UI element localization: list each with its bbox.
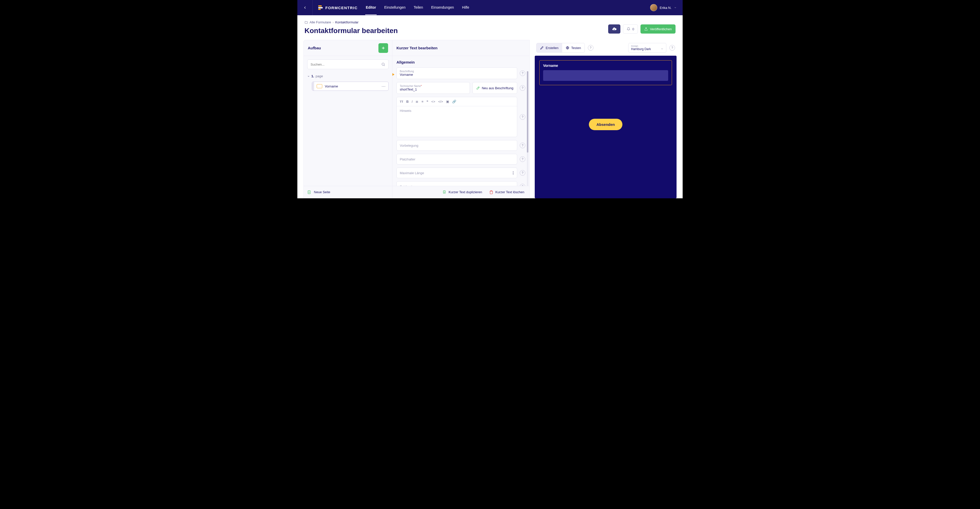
nav-editor[interactable]: Editor — [365, 0, 376, 15]
label-field[interactable]: Beschriftung — [396, 67, 517, 79]
techname-input[interactable] — [400, 88, 467, 91]
workspace: Aufbau 1. page — [298, 37, 682, 198]
notifications-button[interactable]: 0 — [623, 24, 638, 34]
help-preview-mode[interactable]: ? — [588, 45, 593, 51]
rte-codeblock-icon[interactable]: </> — [438, 100, 443, 104]
breadcrumb-root[interactable]: Alle Formulare — [310, 20, 331, 24]
search-input-wrap[interactable] — [307, 59, 388, 69]
max-length-field[interactable]: Maximale Länge ▴▾ — [396, 168, 517, 178]
breadcrumb-current: Kontaktformular — [335, 20, 359, 24]
preview-field-vorname: Vorname — [539, 60, 672, 85]
bell-icon — [627, 27, 630, 31]
prefill-input[interactable] — [400, 144, 514, 147]
rte-link-icon[interactable]: 🔗 — [452, 100, 456, 104]
preview-field-label: Vorname — [543, 64, 668, 68]
scrollbar[interactable] — [527, 71, 528, 186]
chevron-down-icon — [674, 6, 676, 9]
prefill-field[interactable] — [396, 140, 517, 151]
structure-panel: Aufbau 1. page — [304, 40, 392, 198]
props-title: Kurzer Text bearbeiten — [396, 46, 438, 50]
rte-toolbar: TT B I ≣ ≡ ❝ <> </> ▣ 🔗 — [397, 97, 517, 106]
help-techname[interactable]: ? — [520, 85, 525, 91]
nav-settings[interactable]: Einstellungen — [384, 0, 406, 15]
mode-create-label: Erstellen — [546, 46, 558, 50]
save-cloud-button[interactable] — [608, 24, 620, 34]
add-element-button[interactable] — [379, 43, 388, 53]
design-value: Hamburg Dark — [631, 47, 663, 51]
drag-handle[interactable] — [312, 82, 314, 91]
field-width-label: Feldbreite — [400, 185, 415, 186]
rte-italic-icon[interactable]: I — [412, 100, 413, 104]
search-icon — [381, 62, 385, 66]
page-label: page — [316, 74, 323, 78]
preview-panel: Erstellen Testen ? Design Hamburg Dark ? — [535, 40, 676, 198]
mode-test-label: Testen — [571, 46, 581, 50]
help-maxlength[interactable]: ? — [520, 170, 525, 176]
new-page-button[interactable]: Neue Seite — [304, 186, 392, 198]
logo-icon — [318, 5, 323, 10]
subheader: Alle Formulare Kontaktformular Kontaktfo… — [298, 15, 682, 37]
delete-button[interactable]: Kurzer Text löschen — [489, 190, 524, 194]
nav-submissions[interactable]: Einsendungen — [431, 0, 454, 15]
duplicate-icon — [442, 190, 447, 194]
app-header: FORMCENTRIC Editor Einstellungen Teilen … — [298, 0, 682, 15]
preview-submit-button[interactable]: Absenden — [589, 119, 623, 130]
nav-share[interactable]: Teilen — [413, 0, 424, 15]
back-button[interactable] — [298, 0, 313, 15]
hint-body[interactable]: Hinweis — [397, 106, 517, 137]
help-prefill[interactable]: ? — [520, 143, 525, 148]
tree-item-vorname[interactable]: Vorname ⋯ — [312, 81, 388, 91]
section-general: Allgemein — [396, 60, 525, 64]
stepper-icon[interactable]: ▴▾ — [512, 171, 514, 175]
placeholder-field[interactable] — [396, 154, 517, 164]
help-fieldwidth[interactable]: ? — [520, 184, 525, 186]
folder-icon — [304, 21, 308, 24]
rte-bullets-icon[interactable]: ≣ — [415, 100, 418, 104]
mode-test[interactable]: Testen — [562, 43, 585, 53]
hint-editor[interactable]: TT B I ≣ ≡ ❝ <> </> ▣ 🔗 Hi — [396, 97, 517, 137]
mode-create[interactable]: Erstellen — [536, 43, 562, 53]
placeholder-input[interactable] — [400, 157, 514, 161]
label-field-input[interactable] — [400, 73, 514, 77]
rte-heading-icon[interactable]: TT — [400, 100, 403, 103]
search-input[interactable] — [310, 62, 381, 66]
help-design[interactable]: ? — [670, 45, 675, 51]
short-text-icon — [317, 84, 322, 88]
help-placeholder[interactable]: ? — [520, 156, 525, 162]
rte-numlist-icon[interactable]: ≡ — [422, 100, 423, 104]
page-title: Kontaktformular bearbeiten — [304, 27, 398, 35]
publish-button[interactable]: Veröffentlichen — [640, 24, 676, 34]
label-field-label: Beschriftung — [400, 70, 514, 73]
design-label: Design — [631, 45, 663, 47]
avatar — [650, 4, 657, 11]
new-page-label: Neue Seite — [314, 190, 330, 194]
duplicate-label: Kurzer Text duplizieren — [449, 190, 482, 194]
generate-from-label-button[interactable]: Neu aus Beschriftung — [473, 82, 517, 94]
preview-text-input[interactable] — [543, 70, 668, 81]
rte-code-icon[interactable]: <> — [431, 100, 435, 104]
rte-bold-icon[interactable]: B — [406, 100, 409, 104]
breadcrumb: Alle Formulare Kontaktformular — [304, 20, 398, 24]
rte-quote-icon[interactable]: ❝ — [426, 100, 428, 104]
nav-help[interactable]: Hilfe — [461, 0, 470, 15]
field-width-select[interactable]: Feldbreite — [396, 181, 517, 186]
chevron-down-icon — [307, 75, 310, 78]
techname-field[interactable]: Technischer Name* — [396, 82, 470, 94]
rte-image-icon[interactable]: ▣ — [446, 100, 449, 104]
svg-point-0 — [382, 63, 384, 65]
duplicate-button[interactable]: Kurzer Text duplizieren — [442, 190, 482, 194]
preview-canvas: Vorname Absenden — [535, 56, 676, 198]
help-label[interactable]: ? — [520, 70, 525, 76]
tree-page-1[interactable]: 1. page — [307, 73, 388, 79]
max-length-label: Maximale Länge — [400, 171, 424, 175]
design-select[interactable]: Design Hamburg Dark — [628, 43, 667, 53]
help-hint[interactable]: ? — [520, 114, 525, 120]
page-number: 1. — [311, 74, 314, 78]
user-menu[interactable]: Erika N. — [650, 4, 682, 11]
pencil-icon — [540, 46, 544, 49]
tree-item-menu[interactable]: ⋯ — [382, 84, 386, 89]
arrow-left-icon — [303, 6, 307, 10]
tree-item-label: Vorname — [325, 85, 379, 88]
breadcrumb-separator — [332, 20, 334, 24]
preview-mode-toggle: Erstellen Testen — [536, 43, 585, 53]
